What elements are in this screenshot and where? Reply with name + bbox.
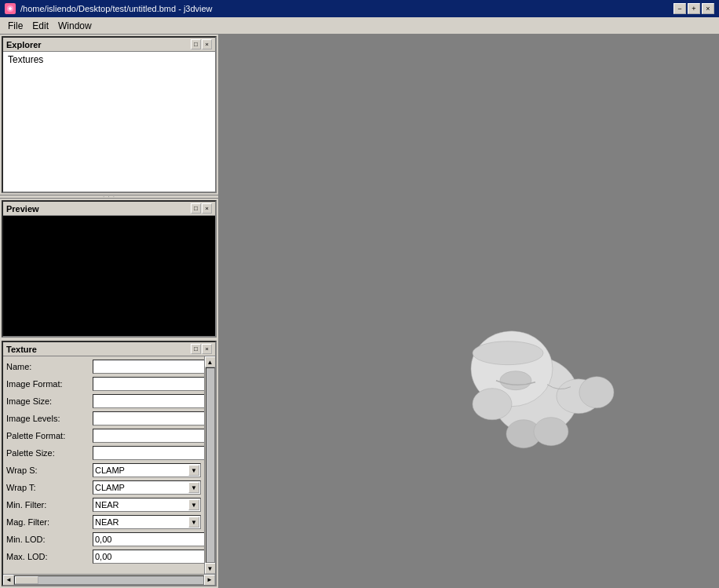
resize-dots: · · · [103, 193, 115, 200]
field-input-palette-size[interactable] [93, 446, 204, 460]
explorer-header: Explorer □ × [3, 38, 215, 52]
field-input-image-levels[interactable] [93, 411, 204, 425]
field-label-wrap-s: Wrap S: [6, 466, 93, 475]
title-bar-left: /home/isliendo/Desktop/test/untitled.bmd… [5, 3, 213, 14]
field-label-max-lod: Max. LOD: [6, 552, 93, 561]
field-row-palette-size: Palette Size: [3, 444, 204, 462]
field-label-palette-size: Palette Size: [6, 448, 93, 458]
window-title: /home/isliendo/Desktop/test/untitled.bmd… [20, 4, 213, 13]
hscrollbar-right-button[interactable]: ► [204, 575, 215, 586]
maximize-button[interactable]: + [688, 3, 700, 14]
mag-filter-select-wrapper: NEAR LINEAR ▼ [93, 515, 201, 529]
left-panel: Explorer □ × Textures · · · Preview □ × [0, 35, 220, 588]
main-layout: Explorer □ × Textures · · · Preview □ × [0, 35, 719, 588]
min-filter-select-wrapper: NEAR LINEAR NEAR_MIP_NEAR LINEAR_MIP_NEA… [93, 498, 201, 512]
3d-model [425, 294, 645, 469]
texture-hscrollbar: ◄ ► [3, 574, 215, 585]
close-button[interactable]: × [702, 3, 714, 14]
field-label-image-size: Image Size: [6, 396, 93, 406]
field-row-image-size: Image Size: [3, 393, 204, 410]
hscrollbar-left-button[interactable]: ◄ [3, 575, 14, 586]
texture-section: Texture □ × Name: I [2, 341, 217, 586]
field-input-image-format[interactable] [93, 377, 204, 391]
preview-close-button[interactable]: × [202, 203, 212, 214]
vscrollbar-track[interactable] [206, 367, 215, 563]
texture-fields: Name: Image Format: Image Size: [3, 356, 204, 567]
menu-edit[interactable]: Edit [27, 19, 53, 33]
menu-file[interactable]: File [3, 19, 27, 33]
texture-vscrollbar: ▲ ▼ [204, 356, 215, 574]
field-input-name[interactable] [93, 360, 204, 374]
wrap-t-select-wrapper: CLAMP REPEAT MIRROR ▼ [93, 480, 201, 495]
explorer-content: Textures [3, 52, 215, 192]
explorer-title: Explorer [6, 40, 42, 49]
field-row-image-levels: Image Levels: [3, 410, 204, 427]
field-select-wrap-s[interactable]: CLAMP REPEAT MIRROR [93, 463, 201, 477]
title-bar: /home/isliendo/Desktop/test/untitled.bmd… [0, 0, 719, 17]
hscrollbar-track[interactable] [14, 575, 204, 585]
preview-header-buttons: □ × [191, 203, 212, 214]
app-icon [5, 3, 16, 14]
field-label-image-format: Image Format: [6, 379, 93, 389]
svg-point-4 [473, 388, 512, 419]
explorer-close-button[interactable]: × [202, 39, 212, 49]
field-row-min-lod: Min. LOD: [3, 531, 204, 548]
vscrollbar-up-button[interactable]: ▲ [205, 356, 216, 367]
preview-float-button[interactable]: □ [191, 203, 201, 214]
minimize-button[interactable]: − [673, 3, 686, 14]
field-label-image-levels: Image Levels: [6, 414, 93, 423]
field-row-min-filter: Min. Filter: NEAR LINEAR NEAR_MIP_NEAR L… [3, 496, 204, 513]
texture-close-button[interactable]: × [202, 344, 212, 354]
field-row-mag-filter: Mag. Filter: NEAR LINEAR ▼ [3, 513, 204, 531]
menu-bar: File Edit Window [0, 17, 719, 35]
field-row-wrap-t: Wrap T: CLAMP REPEAT MIRROR ▼ [3, 479, 204, 496]
field-row-wrap-s: Wrap S: CLAMP REPEAT MIRROR ▼ [3, 462, 204, 479]
field-row-max-lod: Max. LOD: [3, 548, 204, 565]
field-label-wrap-t: Wrap T: [6, 483, 93, 492]
field-label-palette-format: Palette Format: [6, 431, 93, 440]
field-input-max-lod[interactable] [93, 550, 204, 564]
preview-header: Preview □ × [3, 202, 215, 216]
3d-viewport[interactable] [220, 35, 719, 588]
wrap-s-select-wrapper: CLAMP REPEAT MIRROR ▼ [93, 463, 201, 477]
field-label-mag-filter: Mag. Filter: [6, 517, 93, 527]
title-bar-controls: − + × [673, 3, 714, 14]
texture-header: Texture □ × [3, 342, 215, 356]
preview-canvas [3, 216, 215, 336]
texture-fields-area: Name: Image Format: Image Size: [3, 356, 204, 574]
field-label-min-lod: Min. LOD: [6, 535, 93, 544]
model-svg [425, 294, 645, 466]
explorer-section: Explorer □ × Textures [2, 36, 217, 193]
texture-inner: Name: Image Format: Image Size: [3, 356, 215, 574]
field-select-wrap-t[interactable]: CLAMP REPEAT MIRROR [93, 480, 201, 495]
field-input-image-size[interactable] [93, 394, 204, 408]
field-input-min-lod[interactable] [93, 532, 204, 546]
texture-title: Texture [6, 345, 37, 354]
preview-title: Preview [6, 204, 39, 214]
field-row-name: Name: [3, 358, 204, 375]
svg-point-5 [579, 376, 614, 407]
vscrollbar-down-button[interactable]: ▼ [205, 563, 216, 574]
texture-float-button[interactable]: □ [191, 344, 201, 354]
svg-point-9 [534, 417, 568, 445]
field-row-palette-format: Palette Format: [3, 427, 204, 444]
hscrollbar-thumb [15, 576, 38, 584]
explorer-resize-handle[interactable]: · · · [0, 195, 218, 199]
field-input-palette-format[interactable] [93, 429, 204, 443]
svg-point-7 [473, 341, 543, 364]
explorer-header-buttons: □ × [191, 39, 212, 49]
field-label-min-filter: Min. Filter: [6, 500, 93, 509]
explorer-textures-item[interactable]: Textures [5, 53, 214, 66]
field-row-image-format: Image Format: [3, 375, 204, 393]
field-select-mag-filter[interactable]: NEAR LINEAR [93, 515, 201, 529]
field-label-name: Name: [6, 362, 93, 371]
texture-header-buttons: □ × [191, 344, 212, 354]
field-select-min-filter[interactable]: NEAR LINEAR NEAR_MIP_NEAR LINEAR_MIP_NEA… [93, 498, 201, 512]
svg-point-6 [500, 371, 531, 389]
explorer-float-button[interactable]: □ [191, 39, 201, 49]
menu-window[interactable]: Window [53, 19, 97, 33]
preview-section: Preview □ × [2, 200, 217, 338]
